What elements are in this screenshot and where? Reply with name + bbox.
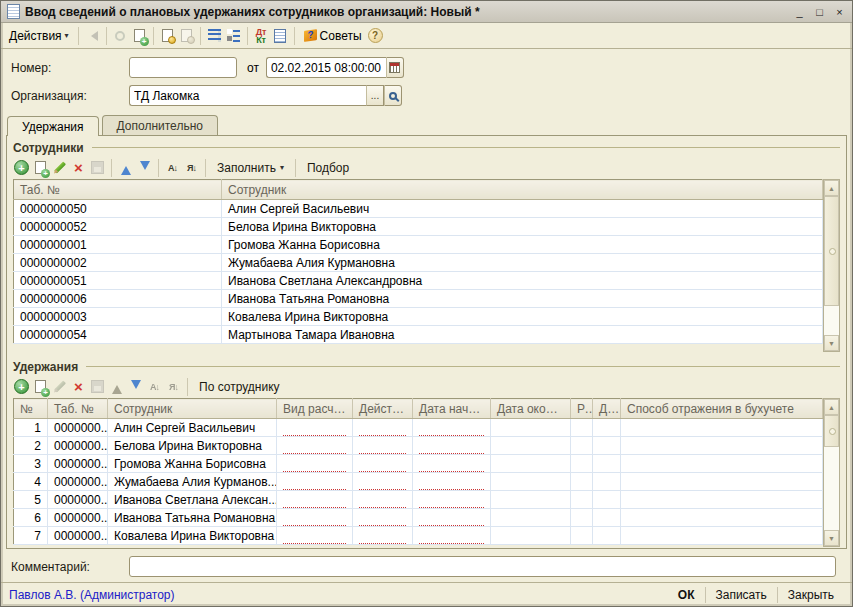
required-field-placeholder bbox=[359, 477, 406, 490]
edit-row-icon[interactable] bbox=[51, 159, 68, 176]
col-header-date-start[interactable]: Дата начала bbox=[413, 399, 491, 419]
form-content: Номер: от Организация: ... Удержания Доп… bbox=[1, 49, 852, 582]
scroll-down-icon[interactable]: ▼ bbox=[824, 530, 839, 546]
col-header-size[interactable]: Ра... bbox=[571, 399, 593, 419]
scrollbar-thumb[interactable] bbox=[824, 415, 839, 447]
table-row[interactable]: 0000000052 Белова Ирина Викторовна bbox=[14, 218, 823, 236]
table-row[interactable]: 0000000050 Алин Сергей Васильевич bbox=[14, 200, 823, 218]
table-row[interactable]: 0000000006 Иванова Татьяна Романовна bbox=[14, 290, 823, 308]
col-header-doc[interactable]: Доку... bbox=[593, 399, 621, 419]
col-header-tab-no[interactable]: Таб. № bbox=[14, 180, 222, 200]
toolbar-separator bbox=[111, 159, 112, 177]
close-form-button[interactable]: Закрыть bbox=[777, 587, 844, 603]
actions-menu-button[interactable]: Действия ▾ bbox=[5, 27, 73, 45]
delete-row-icon[interactable]: × bbox=[70, 378, 87, 395]
required-field-placeholder bbox=[359, 495, 406, 508]
edit-row-icon[interactable] bbox=[51, 378, 68, 395]
title-bar[interactable]: Ввод сведений о плановых удержаниях сотр… bbox=[1, 1, 852, 23]
sort-asc-icon[interactable]: А↓ bbox=[164, 159, 181, 176]
write-button[interactable]: Записать bbox=[705, 587, 777, 603]
scrollbar-thumb[interactable] bbox=[824, 196, 839, 306]
toolbar-separator bbox=[200, 27, 201, 45]
move-down-icon[interactable] bbox=[136, 159, 153, 176]
copy-row-icon[interactable]: + bbox=[32, 159, 49, 176]
table-row[interactable]: 3 0000000... Громова Жанна Борисовна bbox=[14, 455, 823, 473]
deductions-tab-panel: Сотрудники + + × А↓ Я↓ Заполнить ▾ bbox=[6, 135, 847, 549]
scrollbar-track[interactable] bbox=[824, 306, 839, 335]
table-row[interactable]: 0000000001 Громова Жанна Борисовна bbox=[14, 236, 823, 254]
table-row[interactable]: 4 0000000... Жумабаева Алия Курманов... bbox=[14, 473, 823, 491]
delete-row-icon[interactable]: × bbox=[70, 159, 87, 176]
col-header-tab-no[interactable]: Таб. № bbox=[48, 399, 108, 419]
table-row[interactable]: 0000000054 Мартынова Тамара Ивановна bbox=[14, 326, 823, 344]
comment-label: Комментарий: bbox=[11, 560, 129, 574]
table-row[interactable]: 7 0000000... Ковалева Ирина Викторовна bbox=[14, 527, 823, 545]
date-input[interactable] bbox=[266, 57, 386, 78]
add-row-icon[interactable]: + bbox=[13, 378, 30, 395]
related-documents-icon[interactable] bbox=[272, 27, 289, 44]
fill-button[interactable]: Заполнить ▾ bbox=[211, 159, 290, 177]
sort-asc-icon[interactable]: А↓ bbox=[146, 378, 163, 395]
movements-settings-icon[interactable] bbox=[225, 27, 242, 44]
col-header-reflection[interactable]: Способ отражения в бухучете bbox=[621, 399, 823, 419]
table-row[interactable]: 2 0000000... Белова Ирина Викторовна bbox=[14, 437, 823, 455]
add-row-icon[interactable]: + bbox=[13, 159, 30, 176]
col-header-action[interactable]: Действие bbox=[353, 399, 413, 419]
close-button[interactable]: × bbox=[831, 4, 848, 19]
unpost-document-icon[interactable] bbox=[178, 27, 195, 44]
col-header-num[interactable]: № bbox=[14, 399, 48, 419]
tab-additional[interactable]: Дополнительно bbox=[102, 115, 218, 135]
post-document-icon[interactable] bbox=[159, 27, 176, 44]
comment-input[interactable] bbox=[129, 556, 836, 577]
toolbar-separator bbox=[187, 378, 188, 396]
deductions-scrollbar[interactable]: ▲ ▼ bbox=[823, 398, 840, 547]
number-input[interactable] bbox=[129, 57, 237, 78]
pick-button[interactable]: Подбор bbox=[301, 159, 355, 177]
sort-desc-icon[interactable]: Я↓ bbox=[165, 378, 182, 395]
deductions-table: № Таб. № Сотрудник Вид расчета Действие … bbox=[13, 398, 840, 547]
table-row[interactable]: 5 0000000... Иванова Светлана Алексан... bbox=[14, 491, 823, 509]
scrollbar-track[interactable] bbox=[824, 447, 839, 530]
scroll-up-icon[interactable]: ▲ bbox=[824, 399, 839, 415]
minimize-button[interactable]: _ bbox=[791, 4, 808, 19]
table-row[interactable]: 0000000002 Жумабаева Алия Курмановна bbox=[14, 254, 823, 272]
calendar-button[interactable] bbox=[386, 57, 404, 78]
table-row[interactable]: 6 0000000... Иванова Татьяна Романовна bbox=[14, 509, 823, 527]
document-movements-icon[interactable] bbox=[206, 27, 223, 44]
required-field-placeholder bbox=[359, 531, 406, 544]
col-header-date-end[interactable]: Дата оконч... bbox=[491, 399, 571, 419]
copy-document-icon[interactable]: + bbox=[131, 27, 148, 44]
by-employee-button[interactable]: По сотруднику bbox=[193, 378, 286, 396]
move-down-icon[interactable] bbox=[127, 378, 144, 395]
copy-row-icon[interactable]: + bbox=[32, 378, 49, 395]
organization-input[interactable] bbox=[129, 85, 366, 106]
number-label: Номер: bbox=[11, 61, 129, 75]
help-icon[interactable]: ? bbox=[368, 28, 383, 43]
tab-deductions[interactable]: Удержания bbox=[7, 116, 99, 136]
col-header-calc-type[interactable]: Вид расчета bbox=[277, 399, 353, 419]
table-row[interactable]: 0000000051 Иванова Светлана Александровн… bbox=[14, 272, 823, 290]
reread-icon[interactable] bbox=[112, 27, 129, 44]
sort-desc-icon[interactable]: Я↓ bbox=[183, 159, 200, 176]
col-header-employee[interactable]: Сотрудник bbox=[222, 180, 823, 200]
advice-button[interactable]: ? Советы bbox=[300, 27, 366, 45]
scroll-up-icon[interactable]: ▲ bbox=[824, 180, 839, 196]
end-edit-icon[interactable] bbox=[89, 159, 106, 176]
end-edit-icon[interactable] bbox=[89, 378, 106, 395]
organization-select-button[interactable]: ... bbox=[366, 85, 384, 106]
maximize-button[interactable]: □ bbox=[811, 4, 828, 19]
write-document-icon[interactable] bbox=[84, 27, 101, 44]
employees-scrollbar[interactable]: ▲ ▼ bbox=[823, 179, 840, 352]
organization-open-button[interactable] bbox=[384, 85, 402, 106]
move-up-icon[interactable] bbox=[117, 159, 134, 176]
table-row[interactable]: 1 0000000... Алин Сергей Васильевич bbox=[14, 419, 823, 437]
scroll-down-icon[interactable]: ▼ bbox=[824, 335, 839, 351]
col-header-employee[interactable]: Сотрудник bbox=[108, 399, 277, 419]
ok-button[interactable]: ОК bbox=[668, 587, 705, 603]
table-row[interactable]: 0000000003 Ковалева Ирина Викторовна bbox=[14, 308, 823, 326]
tab-strip: Удержания Дополнительно bbox=[7, 115, 842, 135]
calendar-icon bbox=[389, 62, 400, 73]
move-up-icon[interactable] bbox=[108, 378, 125, 395]
dt-kt-postings-icon[interactable]: ДтКт bbox=[253, 27, 270, 44]
chevron-down-icon: ▾ bbox=[280, 163, 284, 172]
